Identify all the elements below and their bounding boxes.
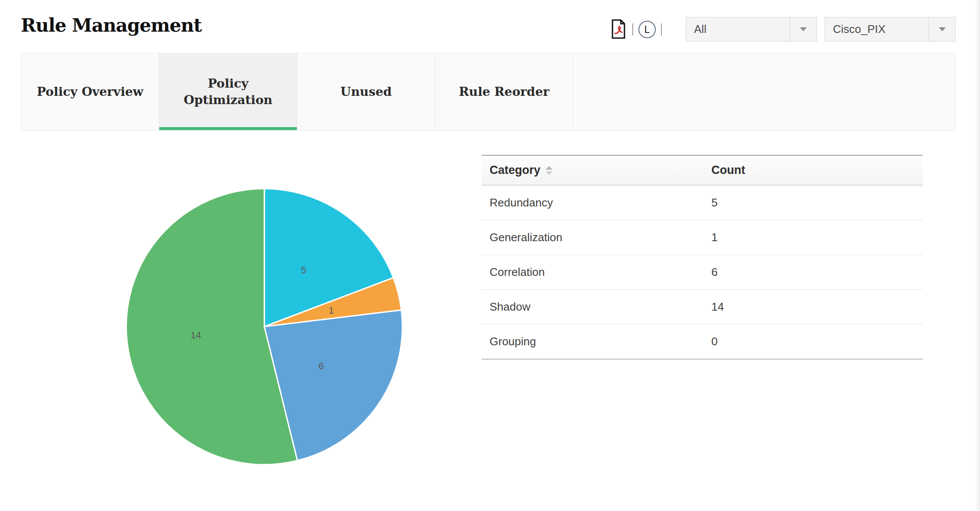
- dropdown-arrow-box[interactable]: [928, 17, 955, 41]
- dropdown-arrow-box[interactable]: [789, 17, 816, 41]
- sort-icon: [546, 166, 552, 175]
- count-cell: 1: [711, 231, 717, 244]
- clock-l-icon: L: [645, 25, 650, 35]
- severity-filter-value: All: [686, 17, 789, 41]
- toolbar-divider: [632, 23, 633, 36]
- tab-policy-optimization[interactable]: Policy Optimization: [159, 53, 297, 130]
- table-row: Generalization 1: [482, 220, 923, 255]
- table-row: Redundancy 5: [482, 185, 923, 220]
- page-title: Rule Management: [21, 15, 201, 36]
- table-header-row: Category Count: [482, 156, 923, 185]
- pie-data-label: 6: [319, 360, 324, 371]
- table-row: Grouping 0: [482, 324, 923, 359]
- tab-rule-reorder[interactable]: Rule Reorder: [435, 53, 573, 130]
- device-filter-value: Cisco_PIX: [825, 17, 928, 41]
- count-cell: 0: [711, 335, 717, 348]
- export-toolbar: L: [610, 16, 667, 43]
- schedule-report-button[interactable]: L: [638, 21, 656, 38]
- chevron-down-icon: [939, 27, 946, 31]
- count-cell: 6: [711, 265, 717, 278]
- column-header-category[interactable]: Category: [482, 164, 711, 177]
- rule-management-screen: Rule Management L All Cisco_PIX: [0, 0, 980, 511]
- category-cell: Correlation: [490, 265, 545, 279]
- toolbar-divider: [661, 23, 662, 36]
- category-count-table: Category Count Redundancy 5 Generalizati…: [482, 155, 923, 360]
- category-cell: Shadow: [490, 300, 530, 314]
- column-header-count[interactable]: Count: [711, 164, 923, 177]
- severity-filter-dropdown[interactable]: All: [686, 17, 817, 42]
- count-cell: 14: [711, 300, 724, 313]
- tab-strip-filler: [573, 53, 955, 130]
- category-cell: Grouping: [490, 335, 536, 348]
- tab-strip: Policy Overview Policy Optimization Unus…: [21, 53, 956, 131]
- policy-optimization-pie-chart: 51614: [125, 188, 403, 465]
- tab-policy-overview[interactable]: Policy Overview: [21, 53, 159, 130]
- pdf-icon: [610, 19, 627, 40]
- pie-svg: 51614: [125, 188, 403, 465]
- chevron-down-icon: [800, 27, 807, 31]
- pie-data-label: 1: [329, 305, 334, 316]
- table-row: Shadow 14: [482, 289, 923, 324]
- tab-unused[interactable]: Unused: [297, 53, 435, 130]
- vertical-scrollbar[interactable]: [975, 0, 980, 511]
- count-cell: 5: [711, 196, 717, 209]
- pie-data-label: 14: [191, 330, 201, 341]
- table-row: Correlation 6: [482, 255, 923, 289]
- device-filter-dropdown[interactable]: Cisco_PIX: [825, 17, 956, 42]
- pie-data-label: 5: [301, 265, 306, 275]
- category-cell: Generalization: [490, 231, 562, 244]
- pdf-export-button[interactable]: [610, 19, 627, 40]
- category-cell: Redundancy: [490, 196, 553, 210]
